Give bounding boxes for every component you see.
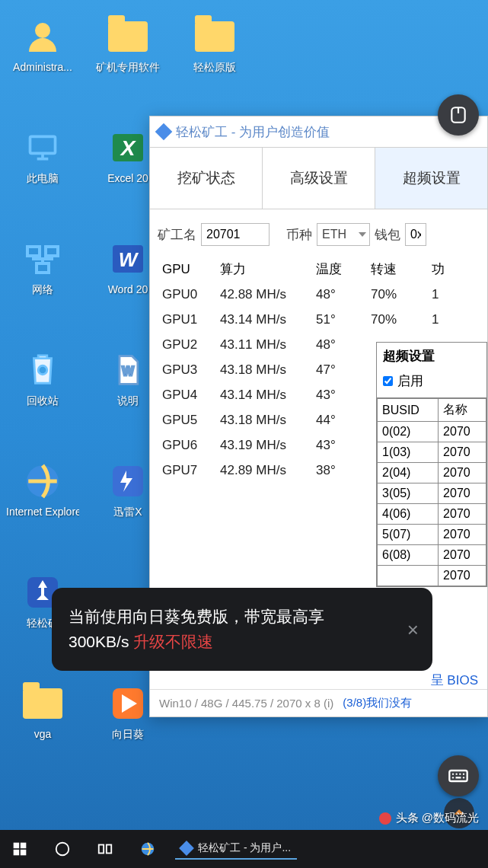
oc-row: 2070 bbox=[378, 566, 486, 586]
gpu-hash: 43.14 MH/s bbox=[220, 312, 316, 327]
watermark-text: 头条 @数码流光 bbox=[396, 811, 479, 825]
user-icon bbox=[21, 15, 64, 58]
svg-rect-27 bbox=[21, 843, 27, 849]
oc-row: 2(04)2070 bbox=[378, 463, 486, 483]
taskbar-app-item[interactable]: 轻松矿工 - 为用户... bbox=[175, 838, 297, 860]
oc-row: 5(07)2070 bbox=[378, 525, 486, 545]
desktop-icon[interactable]: vga bbox=[6, 682, 79, 740]
task-view-button[interactable] bbox=[90, 834, 120, 864]
pc-icon bbox=[21, 126, 64, 169]
ie-taskbar-icon[interactable] bbox=[132, 834, 163, 864]
svg-point-20 bbox=[456, 774, 458, 775]
svg-point-22 bbox=[463, 774, 464, 775]
wallet-input[interactable] bbox=[405, 223, 426, 246]
coin-label: 币种 bbox=[286, 226, 312, 244]
tab-2[interactable]: 超频设置 bbox=[375, 148, 487, 209]
gpu-hash: 42.88 MH/s bbox=[220, 287, 316, 302]
gpu-temp: 38° bbox=[316, 463, 371, 478]
gpu-temp: 44° bbox=[316, 413, 371, 428]
gpu-temp: 48° bbox=[316, 287, 371, 302]
watermark: 头条 @数码流光 bbox=[379, 811, 479, 825]
desktop-icon[interactable]: 网络 bbox=[6, 238, 79, 297]
app-icon bbox=[179, 841, 194, 856]
gpu-temp: 43° bbox=[316, 388, 371, 403]
word-icon: W bbox=[107, 238, 149, 280]
tab-1[interactable]: 高级设置 bbox=[263, 148, 375, 209]
svg-rect-32 bbox=[107, 845, 111, 854]
desktop-icon[interactable]: 回收站 bbox=[6, 349, 79, 408]
gpu-col-header: 功 bbox=[432, 260, 462, 278]
remote-mouse-button[interactable] bbox=[438, 94, 479, 136]
net-icon bbox=[21, 238, 64, 280]
close-icon[interactable]: × bbox=[407, 614, 419, 644]
oc-row: 0(02)2070 bbox=[378, 422, 486, 442]
oc-enable-checkbox[interactable] bbox=[383, 376, 393, 386]
gpu-hash: 43.11 MH/s bbox=[220, 337, 316, 353]
toast-upgrade-link[interactable]: 升级不限速 bbox=[133, 633, 213, 650]
oc-row: 6(08)2070 bbox=[378, 545, 486, 566]
sunlogin-icon bbox=[107, 682, 149, 725]
wallet-label: 钱包 bbox=[375, 226, 400, 244]
coin-select[interactable]: ETH bbox=[317, 223, 370, 246]
svg-point-21 bbox=[459, 774, 461, 775]
gpu-header-row: GPU算力温度转速功 bbox=[162, 257, 487, 282]
oc-name: 2070 bbox=[439, 483, 486, 504]
icon-label: 此电脑 bbox=[6, 172, 79, 186]
oc-name: 2070 bbox=[439, 442, 486, 463]
chevron-down-icon bbox=[359, 232, 366, 237]
taskbar: 轻松矿工 - 为用户... bbox=[0, 830, 488, 868]
desktop-icon[interactable]: 轻松原版 bbox=[178, 15, 251, 75]
gpu-hash: 42.89 MH/s bbox=[220, 463, 316, 478]
oc-busid: 5(07) bbox=[378, 525, 439, 545]
gpu-power: 1 bbox=[432, 287, 462, 302]
desktop-icon[interactable]: 矿机专用软件 bbox=[91, 15, 164, 75]
tab-0[interactable]: 挖矿状态 bbox=[150, 148, 263, 209]
gpu-power: 1 bbox=[432, 312, 462, 327]
svg-text:W: W bbox=[122, 364, 134, 378]
config-row: 矿工名 币种 ETH 钱包 bbox=[150, 209, 487, 254]
gpu-id: GPU5 bbox=[162, 413, 220, 428]
desktop-icon[interactable]: Internet Explorer bbox=[6, 460, 79, 518]
status-link[interactable]: (3/8)我们没有 bbox=[343, 696, 412, 710]
icon-label: vga bbox=[6, 728, 79, 740]
gpu-hash: 43.19 MH/s bbox=[220, 438, 316, 453]
bios-link[interactable]: 呈 BIOS bbox=[431, 672, 478, 689]
miner-name-input[interactable] bbox=[201, 223, 270, 246]
oc-name: 2070 bbox=[439, 504, 486, 525]
gpu-temp: 48° bbox=[316, 337, 371, 353]
svg-point-19 bbox=[452, 774, 454, 775]
window-title: 轻松矿工 - 为用户创造价值 bbox=[176, 123, 330, 141]
statusbar: Win10 / 48G / 445.75 / 2070 x 8 (i) (3/8… bbox=[150, 689, 487, 716]
toast-line2a: 300KB/s bbox=[69, 633, 133, 650]
oc-row: 1(03)2070 bbox=[378, 442, 486, 463]
svg-text:X: X bbox=[120, 136, 137, 160]
folder-icon bbox=[193, 15, 236, 58]
svg-point-30 bbox=[56, 843, 69, 856]
desktop-icon[interactable]: 此电脑 bbox=[6, 126, 79, 186]
overclock-panel: 超频设置 启用 BUSID名称0(02)20701(03)20702(04)20… bbox=[376, 342, 487, 587]
gpu-fan: 70% bbox=[371, 287, 432, 302]
gpu-id: GPU0 bbox=[162, 287, 220, 302]
folder-icon bbox=[107, 15, 149, 58]
oc-busid: 2(04) bbox=[378, 463, 439, 483]
coin-value: ETH bbox=[322, 228, 346, 241]
oc-row: 4(06)2070 bbox=[378, 504, 486, 525]
gpu-id: GPU1 bbox=[162, 312, 220, 327]
icon-label: Administra... bbox=[6, 61, 79, 73]
ie-icon bbox=[21, 460, 64, 503]
svg-rect-28 bbox=[14, 850, 20, 856]
desktop-icon[interactable]: Administra... bbox=[6, 15, 79, 73]
icon-label: 矿机专用软件 bbox=[91, 61, 164, 75]
tab-bar: 挖矿状态高级设置超频设置 bbox=[150, 147, 487, 209]
oc-busid: 4(06) bbox=[378, 504, 439, 525]
svg-point-23 bbox=[452, 777, 454, 778]
gpu-hash: 43.14 MH/s bbox=[220, 388, 316, 403]
start-button[interactable] bbox=[5, 834, 35, 864]
remote-keyboard-button[interactable] bbox=[438, 755, 479, 796]
sunlogin-toast: 当前使用向日葵免费版，带宽最高享 300KB/s 升级不限速 × bbox=[52, 588, 432, 671]
miner-name-label: 矿工名 bbox=[158, 226, 196, 244]
gpu-hash: 43.18 MH/s bbox=[220, 413, 316, 428]
svg-rect-8 bbox=[37, 263, 49, 273]
cortana-button[interactable] bbox=[47, 834, 78, 864]
bin-icon bbox=[21, 349, 64, 391]
